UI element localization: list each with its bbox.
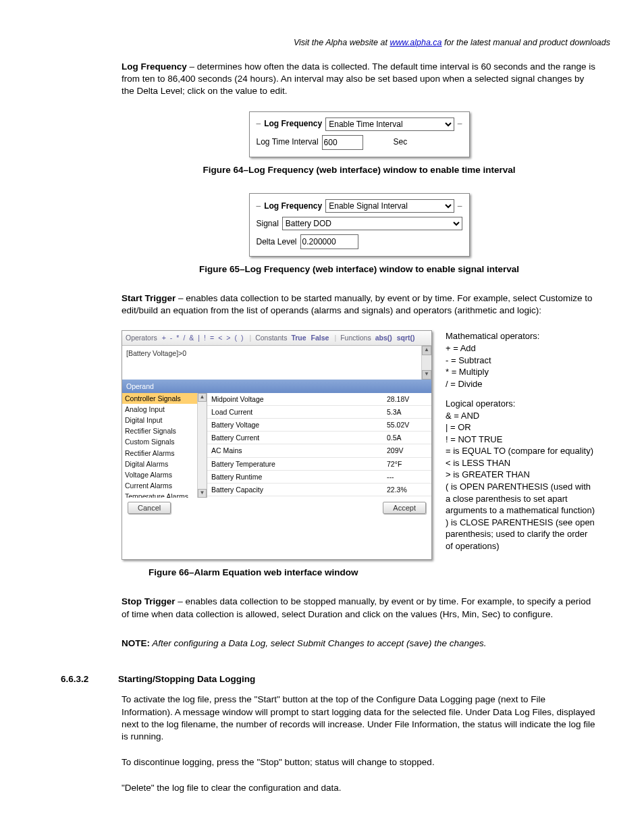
operand-category-item[interactable]: Temperature Alarms	[122, 491, 207, 497]
operand-label: Load Current	[211, 407, 387, 417]
operator-button[interactable]: &	[187, 334, 196, 342]
cancel-button[interactable]: Cancel	[128, 502, 171, 514]
operand-category-item[interactable]: Current Alarms	[122, 480, 207, 491]
operator-button[interactable]: |	[196, 334, 202, 342]
operator-button[interactable]: )	[239, 334, 246, 342]
operator-button[interactable]: -	[168, 334, 175, 342]
constant-button[interactable]: False	[310, 334, 331, 342]
operator-button[interactable]: (	[232, 334, 239, 342]
operand-label: AC Mains	[211, 446, 387, 455]
operand-category-item[interactable]: Digital Alarms	[122, 459, 207, 469]
operator-button[interactable]: !	[202, 334, 208, 342]
header-link[interactable]: www.alpha.ca	[390, 38, 441, 47]
operand-row[interactable]: Battery Runtime---	[207, 471, 431, 484]
operand-row[interactable]: Battery Capacity22.3%	[207, 484, 431, 496]
math-op-line: / = Divide	[446, 378, 597, 390]
operator-button[interactable]: *	[174, 334, 181, 342]
math-ops-title: Mathematical operators:	[446, 330, 597, 342]
operator-button[interactable]: /	[181, 334, 187, 342]
operators-label: Operators	[126, 333, 157, 342]
scroll-down-icon[interactable]: ▼	[422, 370, 431, 380]
operand-value-grid[interactable]: Midpoint Voltage28.18VLoad Current5.3ABa…	[207, 393, 431, 498]
log-time-interval-input[interactable]	[322, 135, 363, 150]
operand-row[interactable]: Battery Voltage55.02V	[207, 419, 431, 432]
expression-area[interactable]: [Battery Voltage]>0	[122, 346, 421, 380]
operand-category-item[interactable]: Analog Input	[122, 404, 207, 415]
functions-label: Functions	[340, 333, 371, 342]
operand-label: Battery Capacity	[211, 485, 387, 494]
function-button[interactable]: sqrt()	[396, 334, 417, 342]
scroll-down-icon[interactable]: ▼	[198, 489, 207, 498]
operand-row[interactable]: Midpoint Voltage28.18V	[207, 393, 431, 406]
signal-select[interactable]: Battery DOD	[282, 217, 462, 230]
log-frequency-text: – determines how often the data is colle…	[122, 61, 595, 96]
constants-label: Constants	[255, 333, 287, 342]
scroll-up-icon[interactable]: ▲	[198, 393, 207, 402]
figure-64-box: – Log Frequency Enable Time Interval – L…	[249, 111, 470, 157]
logic-op-line: > is GREATER THAN	[446, 469, 597, 481]
expression-scrollbar[interactable]: ▲ ▼	[421, 346, 431, 380]
stop-trigger-lead: Stop Trigger	[122, 596, 176, 606]
section-heading: 6.6.3.2Starting/Stopping Data Logging	[61, 673, 597, 685]
operand-category-item[interactable]: Rectifier Signals	[122, 425, 207, 436]
delta-level-input[interactable]	[300, 234, 358, 249]
alarm-equation-window: Operators +-*/&|!=<>() | Constants True …	[122, 330, 432, 560]
start-trigger-lead: Start Trigger	[122, 293, 176, 303]
log-frequency-select[interactable]: Enable Signal Interval	[325, 199, 454, 213]
delete-logging-paragraph: "Delete" the log file to clear the confi…	[122, 782, 597, 794]
operand-value: 22.3%	[387, 485, 427, 494]
list-scrollbar[interactable]: ▲ ▼	[197, 393, 207, 498]
operator-button[interactable]: >	[224, 334, 232, 342]
note-text: After configuring a Data Log, select Sub…	[150, 638, 487, 648]
start-logging-paragraph: To activate the log file, press the "Sta…	[122, 694, 597, 743]
note-row: NOTE: After configuring a Data Log, sele…	[122, 637, 597, 650]
dash-icon: –	[257, 201, 261, 211]
operand-row[interactable]: AC Mains209V	[207, 444, 431, 457]
dash-icon: –	[458, 118, 462, 129]
operand-label: Battery Current	[211, 433, 387, 442]
operand-category-item[interactable]: Custom Signals	[122, 436, 207, 447]
operator-button[interactable]: +	[160, 334, 168, 342]
operand-category-item[interactable]: Controller Signals	[122, 393, 207, 404]
constant-button[interactable]: True	[290, 334, 307, 342]
header-note: Visit the Alpha website at www.alpha.ca …	[34, 37, 610, 49]
operator-button[interactable]: <	[216, 334, 224, 342]
operand-row[interactable]: Battery Temperature72°F	[207, 458, 431, 471]
operand-value: 5.3A	[387, 407, 427, 417]
accept-button[interactable]: Accept	[383, 502, 426, 514]
section-number: 6.6.3.2	[61, 673, 118, 685]
figure-64-caption: Figure 64–Log Frequency (web interface) …	[122, 164, 597, 176]
math-op-line: - = Subtract	[446, 355, 597, 367]
dash-icon: –	[257, 118, 261, 129]
operand-value: 55.02V	[387, 420, 427, 429]
header-note-prefix: Visit the Alpha website at	[294, 38, 390, 47]
operand-row[interactable]: Load Current5.3A	[207, 406, 431, 419]
operand-value: 209V	[387, 446, 427, 455]
operand-category-list[interactable]: Controller SignalsAnalog InputDigital In…	[122, 393, 207, 498]
logic-op-line: ( is OPEN PARENTHESIS (used with a close…	[446, 481, 597, 517]
operand-category-item[interactable]: Digital Input	[122, 415, 207, 425]
start-trigger-text: – enables data collection to be started …	[122, 293, 593, 315]
log-frequency-select[interactable]: Enable Time Interval	[325, 118, 454, 131]
log-time-interval-unit: Sec	[394, 136, 408, 147]
dash-icon: –	[458, 201, 462, 211]
logic-op-line: < is LESS THAN	[446, 457, 597, 469]
logic-op-line: ) is CLOSE PARENTHESIS (see open parenth…	[446, 517, 597, 552]
log-frequency-paragraph: Log Frequency – determines how often the…	[122, 61, 597, 98]
scroll-up-icon[interactable]: ▲	[422, 346, 431, 355]
note-label: NOTE:	[122, 638, 150, 648]
operand-value: ---	[387, 472, 427, 481]
operand-row[interactable]: Battery Current0.5A	[207, 432, 431, 444]
logic-op-line: = is EQUAL TO (compare for equality)	[446, 445, 597, 457]
operand-category-item[interactable]: Rectifier Alarms	[122, 448, 207, 459]
operand-label: Battery Voltage	[211, 420, 387, 429]
stop-trigger-paragraph: Stop Trigger – enables data collection t…	[122, 596, 597, 620]
function-button[interactable]: abs()	[374, 334, 394, 342]
stop-trigger-text: – enables data collection to be stopped …	[122, 596, 591, 619]
figure-65-caption: Figure 65–Log Frequency (web interface) …	[122, 263, 597, 276]
operator-button[interactable]: =	[208, 334, 216, 342]
operand-category-item[interactable]: Voltage Alarms	[122, 469, 207, 480]
logic-op-line: & = AND	[446, 410, 597, 422]
log-frequency-label: Log Frequency	[264, 118, 322, 129]
math-op-line: * = Multiply	[446, 366, 597, 378]
